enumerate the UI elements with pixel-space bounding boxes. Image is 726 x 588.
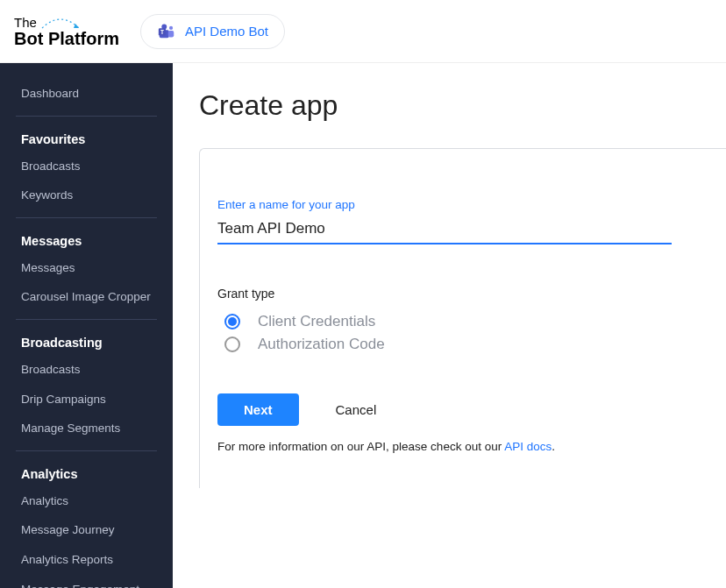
nav-manage-segments[interactable]: Manage Segments — [0, 414, 173, 443]
api-docs-link[interactable]: API docs — [504, 440, 552, 453]
sidebar: Dashboard Favourites Broadcasts Keywords… — [0, 63, 173, 588]
section-messages-title: Messages — [0, 227, 173, 253]
create-app-card: Enter a name for your app Grant type Cli… — [199, 148, 726, 488]
api-info-prefix: For more information on our API, please … — [217, 440, 504, 453]
nav-analytics[interactable]: Analytics — [0, 486, 173, 516]
bot-chip-label: API Demo Bot — [185, 24, 268, 39]
nav-drip-campaigns[interactable]: Drip Campaigns — [0, 385, 173, 414]
next-button[interactable]: Next — [217, 393, 299, 426]
app-name-input[interactable] — [217, 216, 672, 244]
ms-teams-icon: T — [157, 22, 176, 41]
page-title: Create app — [199, 89, 726, 122]
nav-broadcasts[interactable]: Broadcasts — [0, 355, 173, 385]
divider — [16, 319, 157, 320]
radio-authorization-code[interactable] — [224, 337, 240, 352]
section-analytics-title: Analytics — [0, 460, 173, 486]
cancel-button[interactable]: Cancel — [336, 402, 377, 417]
nav-message-engagement[interactable]: Message Engagement — [0, 575, 173, 588]
logo-text-line1: The — [14, 16, 37, 29]
radio-client-credentials-label: Client Credentials — [258, 313, 375, 330]
logo: The Bot Platform — [14, 16, 119, 47]
divider — [16, 450, 157, 451]
nav-dashboard[interactable]: Dashboard — [0, 79, 173, 109]
svg-text:T: T — [160, 28, 164, 34]
radio-authorization-code-label: Authorization Code — [258, 336, 385, 353]
bot-selector-chip[interactable]: T API Demo Bot — [140, 14, 285, 49]
logo-arc-icon — [40, 16, 81, 30]
nav-analytics-reports[interactable]: Analytics Reports — [0, 545, 173, 575]
svg-rect-4 — [168, 31, 174, 37]
app-name-label: Enter a name for your app — [217, 198, 726, 211]
nav-carousel-cropper[interactable]: Carousel Image Cropper — [0, 282, 173, 312]
svg-point-2 — [169, 25, 173, 29]
api-info-line: For more information on our API, please … — [217, 440, 726, 453]
grant-type-label: Grant type — [217, 287, 726, 301]
section-favourites-title: Favourites — [0, 125, 173, 152]
logo-text-line2: Bot Platform — [14, 30, 119, 47]
radio-client-credentials[interactable] — [224, 314, 240, 329]
topbar: The Bot Platform T API Demo Bot — [0, 0, 726, 62]
divider — [16, 116, 157, 117]
nav-favourites-keywords[interactable]: Keywords — [0, 181, 173, 210]
api-info-suffix: . — [552, 440, 555, 453]
nav-messages[interactable]: Messages — [0, 253, 173, 283]
main-content: Create app Enter a name for your app Gra… — [173, 63, 726, 588]
nav-favourites-broadcasts[interactable]: Broadcasts — [0, 152, 173, 181]
divider — [16, 217, 157, 218]
nav-message-journey[interactable]: Message Journey — [0, 515, 173, 545]
section-broadcasting-title: Broadcasting — [0, 329, 173, 355]
